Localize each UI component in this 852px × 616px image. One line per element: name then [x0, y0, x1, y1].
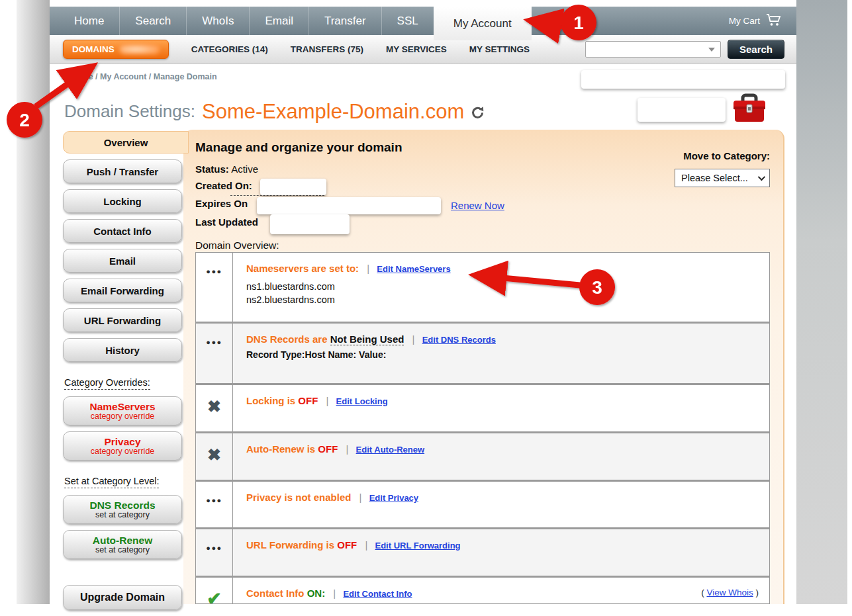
home-icon: ⌂	[61, 71, 66, 81]
redacted-created-date	[260, 179, 326, 195]
subnav-tab-categories[interactable]: CATEGORIES (14)	[191, 44, 268, 54]
edit-url-forwarding-link[interactable]: Edit URL Forwarding	[375, 541, 461, 550]
table-row-url-forwarding: ●●● URL Forwarding is OFF | Edit URL For…	[196, 527, 769, 576]
x-icon: ✖	[207, 445, 221, 464]
nameserver-1: ns1.bluestardns.com	[246, 280, 760, 293]
nav-tab-whois[interactable]: WhoIs	[186, 7, 249, 35]
category-title: DNS Records	[89, 500, 155, 511]
status-off: OFF	[298, 395, 318, 406]
sidebar-tab-history[interactable]: History	[63, 338, 182, 362]
nav-tab-home[interactable]: Home	[59, 7, 119, 35]
paren-open: (	[701, 588, 704, 597]
status-off: OFF	[318, 443, 338, 455]
breadcrumb-text: Home / My Account / Manage Domain	[70, 72, 217, 81]
status-line: Status: Active	[195, 163, 258, 175]
table-row-contact-info: ✔ Contact Info ON: | Edit Contact Info (…	[196, 576, 769, 604]
edit-locking-link[interactable]: Edit Locking	[336, 396, 388, 406]
section-heading: Manage and organize your domain	[195, 140, 402, 155]
dns-record-headers: Record Type:Host Name: Value:	[246, 349, 760, 360]
sidebar-override-privacy[interactable]: Privacy category override	[63, 431, 182, 461]
move-to-category-select[interactable]: Please Select...	[675, 169, 770, 187]
separator: |	[346, 443, 349, 455]
table-row-nameservers: ●●● Nameservers are set to: | Edit NameS…	[196, 253, 769, 322]
row-title: Locking is	[246, 395, 295, 406]
override-title: NameServers	[89, 401, 155, 412]
separator: |	[365, 539, 367, 550]
edit-privacy-link[interactable]: Edit Privacy	[369, 493, 418, 503]
sidebar-category-auto-renew[interactable]: Auto-Renew set at category	[63, 530, 182, 559]
edit-contact-info-link[interactable]: Edit Contact Info	[343, 589, 412, 599]
dots-icon: ●●●	[206, 496, 222, 504]
created-label: Created On:	[195, 180, 252, 191]
domain-name: Some-Example-Domain.com	[202, 100, 464, 124]
view-whois-link[interactable]: View Whois	[706, 588, 753, 597]
breadcrumb[interactable]: ⌂ Home / My Account / Manage Domain	[61, 71, 217, 81]
table-row-auto-renew: ✖ Auto-Renew is OFF | Edit Auto-Renew	[196, 431, 769, 480]
refresh-icon[interactable]	[471, 103, 485, 124]
row-title: Nameservers are set to:	[246, 263, 359, 274]
title-prefix: Domain Settings:	[64, 101, 195, 122]
redacted-toolbar-box	[638, 98, 726, 122]
x-icon: ✖	[207, 397, 221, 416]
sidebar-tab-contact-info[interactable]: Contact Info	[63, 219, 182, 243]
nav-tab-my-account[interactable]: My Account	[434, 7, 532, 40]
subnav-tab-transfers[interactable]: TRANSFERS (75)	[291, 44, 363, 54]
subnav-tab-my-settings[interactable]: MY SETTINGS	[469, 44, 530, 54]
chevron-down-icon	[758, 173, 765, 181]
edit-nameservers-link[interactable]: Edit NameServers	[377, 264, 450, 274]
nav-tab-ssl[interactable]: SSL	[381, 7, 434, 35]
redacted-account-box	[581, 70, 785, 89]
separator: |	[359, 492, 362, 503]
sidebar-tab-push-transfer[interactable]: Push / Transfer	[63, 159, 182, 183]
my-cart-label: My Cart	[729, 16, 760, 26]
redacted-expires-date	[257, 197, 441, 214]
redacted-updated-date	[270, 214, 350, 234]
upgrade-domain-button[interactable]: Upgrade Domain	[63, 585, 182, 610]
row-title: DNS Records are	[246, 333, 328, 345]
sidebar-category-dns-records[interactable]: DNS Records set at category	[63, 495, 182, 524]
redacted-date-underline	[230, 195, 324, 196]
status-on: ON:	[307, 588, 326, 599]
page-title: Domain Settings: Some-Example-Domain.com	[64, 99, 485, 124]
sidebar-tab-email[interactable]: Email	[63, 249, 182, 273]
sidebar-override-nameservers[interactable]: NameServers category override	[63, 396, 182, 425]
nav-tab-transfer[interactable]: Transfer	[308, 7, 381, 35]
row-emphasis: Not Being Used	[330, 333, 404, 345]
category-title: Auto-Renew	[93, 535, 152, 546]
row-title: Auto-Renew is	[246, 443, 315, 455]
top-nav: Home Search WhoIs Email Transfer SSL My …	[50, 7, 796, 35]
chevron-down-icon	[708, 48, 715, 52]
separator: |	[367, 263, 369, 274]
subnav-tab-domains[interactable]: DOMAINS	[63, 40, 169, 59]
nav-tab-search[interactable]: Search	[119, 7, 186, 35]
domain-overview-label: Domain Overview:	[195, 240, 279, 251]
row-title: Contact Info	[246, 588, 305, 599]
override-sub: category override	[91, 412, 155, 421]
renew-now-link[interactable]: Renew Now	[451, 200, 504, 211]
sidebar: Overview Push / Transfer Locking Contact…	[63, 131, 182, 616]
category-sub: set at category	[95, 511, 150, 520]
status-value: Active	[231, 163, 258, 175]
dots-icon: ●●●	[206, 338, 222, 346]
search-button[interactable]: Search	[728, 40, 784, 59]
updated-label: Last Updated	[195, 216, 258, 228]
sidebar-tab-overview[interactable]: Overview	[63, 131, 189, 154]
search-scope-dropdown[interactable]	[585, 41, 721, 58]
sidebar-tab-url-forwarding[interactable]: URL Forwarding	[63, 308, 182, 332]
status-label: Status:	[195, 163, 229, 175]
set-at-category-label: Set at Category Level:	[64, 476, 159, 488]
sidebar-tab-locking[interactable]: Locking	[63, 189, 182, 213]
move-to-category-value: Please Select...	[681, 173, 748, 183]
redacted-count	[120, 44, 160, 54]
check-icon: ✔	[207, 588, 222, 604]
edit-auto-renew-link[interactable]: Edit Auto-Renew	[356, 445, 425, 455]
toolbox-icon[interactable]	[731, 93, 768, 126]
nav-tab-email[interactable]: Email	[249, 7, 308, 35]
move-to-category-label: Move to Category:	[683, 150, 770, 161]
subnav-tab-my-services[interactable]: MY SERVICES	[386, 44, 447, 54]
domains-label: DOMAINS	[72, 44, 115, 54]
sidebar-tab-email-forwarding[interactable]: Email Forwarding	[63, 279, 182, 302]
separator: |	[333, 588, 336, 599]
my-cart-button[interactable]: My Cart	[729, 7, 796, 35]
edit-dns-records-link[interactable]: Edit DNS Records	[422, 335, 496, 345]
